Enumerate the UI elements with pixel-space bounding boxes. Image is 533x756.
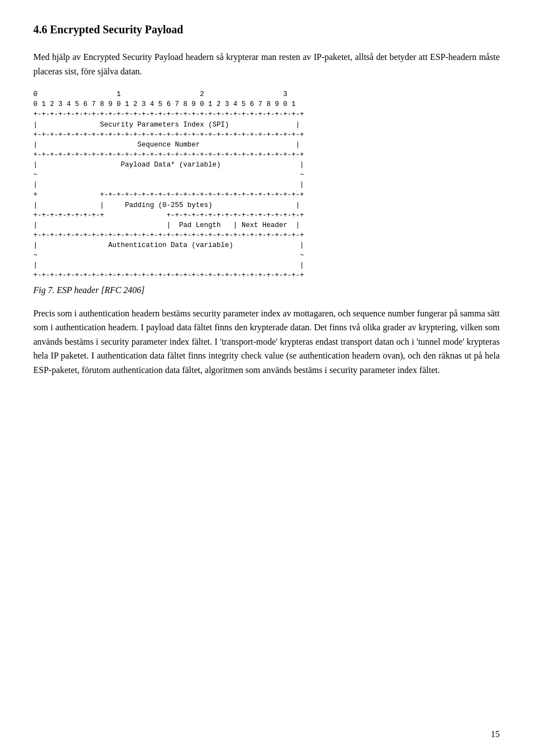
intro-paragraph: Med hjälp av Encrypted Security Payload …: [33, 50, 500, 78]
fig-caption: Fig 7. ESP header [RFC 2406]: [33, 285, 500, 295]
page-number: 15: [491, 729, 500, 739]
page-title: 4.6 Encrypted Security Payload: [33, 22, 500, 37]
body-paragraph-1: Precis som i authentication headern best…: [33, 306, 500, 377]
esp-header-diagram: 0 1 2 3 0 1 2 3 4 5 6 7 8 9 0 1 2 3 4 5 …: [33, 89, 500, 280]
